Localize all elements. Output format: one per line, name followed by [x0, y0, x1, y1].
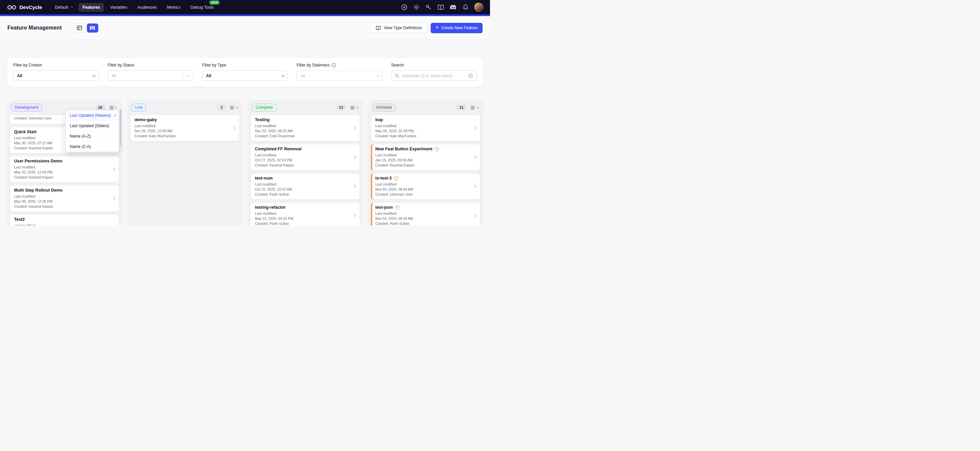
created-by: Created: Unknown User	[375, 192, 471, 197]
column-header: Complete 13	[251, 103, 360, 115]
last-modified-label: Last modified:	[14, 194, 110, 199]
main-content: Filter by Creator All Filter by Status A…	[0, 57, 490, 225]
discord-icon[interactable]	[450, 5, 457, 10]
chevron-down-icon	[92, 73, 96, 77]
feature-card-stale[interactable]: test-json ! Last modified: Nov 04, 2024,…	[371, 202, 480, 225]
filter-status-select[interactable]: All	[108, 70, 194, 81]
api-key-icon[interactable]	[425, 4, 432, 10]
staleness-warning-icon: !	[435, 147, 439, 151]
filter-type-select[interactable]: All	[202, 70, 288, 81]
nav-audiences[interactable]: Audiences	[133, 3, 161, 12]
last-modified-label: Last modified:	[255, 211, 350, 216]
info-icon[interactable]: i	[332, 63, 336, 67]
feature-title: testing-refactor	[255, 205, 350, 210]
sort-option-last-updated-oldest[interactable]: Last Updated (Oldest)	[66, 121, 119, 131]
chevron-right-icon	[112, 197, 115, 200]
column-count: 11	[457, 105, 466, 110]
feature-card[interactable]: test-num Last modified: Oct 22, 2025, 10…	[251, 173, 360, 200]
create-new-feature-button[interactable]: + Create New Feature	[431, 23, 483, 33]
column-sort-button[interactable]	[109, 105, 118, 110]
last-modified-value: Nov 04, 2024, 08:44 AM	[375, 187, 471, 192]
status-badge-live: Live	[132, 104, 146, 112]
last-modified-value: Jan 15, 2025, 09:59 AM	[375, 158, 471, 163]
clear-search-icon[interactable]: ×	[468, 73, 473, 78]
feature-title: Test2	[14, 217, 110, 222]
project-selector-label: Default	[55, 5, 68, 10]
view-mode-toggle	[74, 24, 98, 33]
sort-dropdown-menu: Last Updated (Newest) ✓ Last Updated (Ol…	[65, 110, 119, 152]
staleness-warning-icon: !	[394, 176, 398, 180]
brand-name: DevCycle	[19, 4, 42, 10]
nav-variables[interactable]: Variables	[106, 3, 131, 12]
feature-card[interactable]: demo-gaby Last modified: Dec 09, 2025, 1…	[130, 115, 239, 141]
project-selector[interactable]: Default	[51, 3, 77, 12]
nav-metrics[interactable]: Metrics	[163, 3, 185, 12]
filter-staleness-group: Filter by Staleness i All	[296, 63, 382, 81]
chevron-right-icon	[353, 185, 356, 188]
last-modified-value: May 20, 2025, 12:09 PM	[14, 170, 110, 175]
status-badge-archived: Archived	[372, 104, 395, 112]
user-avatar[interactable]	[474, 3, 483, 12]
filter-status-value: All	[112, 73, 116, 78]
page-header: Feature Management View Type Definitions…	[0, 16, 490, 40]
filter-type-value: All	[206, 73, 211, 78]
feature-title: User Permissions Demo	[14, 159, 110, 164]
column-scrollbar[interactable]	[120, 109, 121, 146]
filter-type-group: Filter by Type All	[202, 63, 288, 81]
chevron-down-icon	[376, 73, 379, 77]
page-title: Feature Management	[7, 25, 62, 31]
last-modified-label: Last modified:	[14, 165, 110, 170]
column-sort-button[interactable]	[470, 105, 479, 110]
notifications-bell-icon[interactable]	[463, 4, 469, 10]
chevron-right-icon	[473, 156, 477, 159]
chevron-up-icon	[115, 107, 117, 109]
devcycle-logo[interactable]: DevCycle	[7, 4, 42, 11]
board-column-archived: Archived 11 bop Last modified: May 09, 2…	[368, 100, 483, 225]
column-sort-button[interactable]	[229, 105, 238, 110]
status-badge-complete: Complete	[252, 104, 276, 112]
feature-card[interactable]: Testing Last modified: Dec 03, 2025, 08:…	[251, 115, 360, 141]
sort-option-label: Last Updated (Newest)	[70, 113, 111, 118]
chevron-down-icon	[356, 106, 358, 108]
feature-card[interactable]: Completed FF Removal Last modified: Oct …	[251, 144, 360, 171]
sort-option-name-az[interactable]: Name (A-Z)	[66, 131, 119, 142]
search-input-wrapper[interactable]: ×	[391, 70, 477, 81]
feature-card[interactable]: testing-refactor Last modified: May 22, …	[251, 202, 360, 225]
feature-card-stale[interactable]: New Feat Button Experiment ! Last modifi…	[371, 144, 480, 171]
board-column-complete: Complete 13 Testing Last modified: Dec 0…	[248, 100, 363, 225]
created-by: Created: Parth Suthar	[255, 221, 350, 225]
sort-lines-icon	[230, 106, 234, 109]
nav-debug-tools-label: Debug Tools	[191, 5, 214, 10]
chevron-down-icon	[282, 73, 285, 77]
sort-option-last-updated-newest[interactable]: Last Updated (Newest) ✓	[66, 110, 119, 121]
sort-option-name-za[interactable]: Name (Z-A)	[66, 142, 119, 152]
feature-card[interactable]: User Permissions Demo Last modified: May…	[10, 156, 119, 183]
filter-staleness-select[interactable]: All	[296, 70, 382, 81]
staleness-warning-icon: !	[395, 206, 399, 210]
nav-debug-tools[interactable]: NEW Debug Tools	[186, 3, 218, 12]
chevron-right-icon	[232, 126, 236, 130]
filter-type-label: Filter by Type	[202, 63, 288, 67]
column-sort-button[interactable]	[350, 105, 358, 110]
check-icon: ✓	[114, 113, 117, 118]
kanban-view-button[interactable]	[87, 24, 98, 33]
view-type-definitions-button[interactable]: View Type Definitions	[371, 23, 427, 33]
add-circle-icon[interactable]	[401, 4, 407, 10]
search-group: Search ×	[391, 63, 477, 81]
feature-card[interactable]: bop Last modified: May 09, 2025, 01:39 P…	[371, 115, 480, 141]
settings-gear-icon[interactable]	[413, 4, 420, 10]
last-modified-value: May 22, 2025, 03:31 PM	[255, 216, 350, 221]
feature-card-stale[interactable]: tx-test-3 ! Last modified: Nov 04, 2024,…	[371, 173, 480, 200]
board-column-development: Development 28 Created: Unknown User Qui…	[7, 100, 122, 225]
feature-title: demo-gaby	[135, 118, 230, 123]
feature-title: bop	[375, 118, 471, 123]
docs-book-icon[interactable]	[438, 4, 444, 10]
filter-creator-select[interactable]: All	[13, 70, 99, 81]
nav-features[interactable]: Features	[78, 3, 104, 12]
table-view-button[interactable]	[74, 24, 85, 33]
main-nav: Default Features Variables Audiences Met…	[51, 3, 218, 12]
feature-card[interactable]: Test2 Last modified: Nov 26, 2024, 08:13…	[10, 214, 119, 225]
search-input[interactable]	[402, 73, 466, 78]
feature-card[interactable]: Multi Step Rollout Demo Last modified: M…	[10, 185, 119, 212]
feature-title: tx-test-3	[375, 176, 392, 181]
